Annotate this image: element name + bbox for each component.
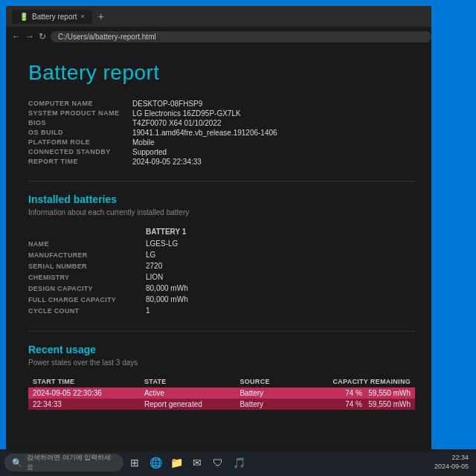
browser-addressbar: ← → ↻ C:/Users/a/battery-report.html [6, 27, 437, 46]
battery-table: BATTERY 1 NAME LGES-LG MANUFACTURER LG S… [28, 225, 415, 316]
file-explorer-icon[interactable]: 📁 [168, 454, 184, 471]
report-time-label: REPORT TIME [28, 158, 132, 166]
tab-label: Battery report [32, 13, 77, 21]
col-source: SOURCE [235, 376, 291, 387]
system-product-value: LG Electronics 16ZD95P-GX7LK [132, 109, 241, 118]
browser-content: Battery report COMPUTER NAME DESKTOP-08F… [6, 46, 437, 452]
system-info-section: COMPUTER NAME DESKTOP-08FHSP9 SYSTEM PRO… [28, 100, 415, 166]
platform-role-value: Mobile [132, 138, 154, 147]
manufacturer-value: LG [140, 249, 415, 260]
name-label: NAME [28, 238, 140, 249]
table-row: CYCLE COUNT 1 [28, 305, 415, 316]
usage-capacity-2: 74 % 59,550 mWh [291, 399, 415, 410]
col-start-time: START TIME [28, 376, 140, 387]
edge-browser-icon[interactable]: 🌐 [147, 454, 164, 471]
back-button[interactable]: ← [12, 31, 21, 42]
table-row: FULL CHARGE CAPACITY 80,000 mWh [28, 294, 415, 305]
address-bar[interactable]: C:/Users/a/battery-report.html [51, 31, 431, 42]
os-build-value: 19041.1.amd64fre.vb_release.191206-1406 [132, 129, 277, 137]
full-charge-capacity-value: 80,000 mWh [140, 294, 415, 305]
usage-state-1: Active [140, 387, 235, 399]
bios-value: T4ZF0070 X64 01/10/2022 [132, 119, 222, 127]
tray-time: 22:342024-09-05 [434, 454, 469, 471]
usage-state-2: Report generated [140, 399, 235, 410]
design-capacity-value: 80,000 mWh [140, 283, 415, 294]
mail-icon[interactable]: ✉ [189, 454, 205, 471]
tab-close-button[interactable]: × [81, 13, 85, 20]
usage-start-time-1: 2024-09-05 22:30:36 [28, 387, 140, 399]
start-button[interactable]: ⊞ [126, 454, 143, 471]
table-row: 2024-09-05 22:30:36 Active Battery 74 % … [28, 387, 415, 399]
new-tab-button[interactable]: + [95, 10, 107, 22]
right-panel [431, 0, 476, 449]
report-time-value: 2024-09-05 22:34:33 [132, 158, 202, 166]
search-icon: 🔍 [12, 458, 22, 468]
connected-standby-row: CONNECTED STANDBY Supported [28, 148, 415, 156]
installed-batteries-desc: Information about each currently install… [28, 208, 415, 216]
system-tray: 22:342024-09-05 [434, 454, 472, 471]
table-row: DESIGN CAPACITY 80,000 mWh [28, 283, 415, 294]
recent-usage-title: Recent usage [28, 344, 415, 356]
os-build-label: OS BUILD [28, 129, 132, 137]
name-value: LGES-LG [140, 238, 415, 249]
divider-2 [28, 331, 415, 332]
divider-1 [28, 181, 415, 181]
forward-button[interactable]: → [25, 31, 34, 42]
taskbar: 🔍 검색하려면 여기에 입력하세요 ⊞ 🌐 📁 ✉ 🛡 🎵 22:342024-… [0, 449, 476, 476]
table-row: NAME LGES-LG [28, 238, 415, 249]
os-build-row: OS BUILD 19041.1.amd64fre.vb_release.191… [28, 129, 415, 137]
report-time-row: REPORT TIME 2024-09-05 22:34:33 [28, 158, 415, 166]
chemistry-value: LION [140, 271, 415, 283]
usage-capacity-1: 74 % 59,550 mWh [291, 387, 415, 399]
recent-usage-desc: Power states over the last 3 days [28, 358, 415, 367]
taskbar-search[interactable]: 🔍 검색하려면 여기에 입력하세요 [4, 454, 123, 472]
table-row: CHEMISTRY LION [28, 271, 415, 283]
connected-standby-value: Supported [132, 148, 167, 156]
address-text: C:/Users/a/battery-report.html [58, 33, 156, 41]
usage-table: START TIME STATE SOURCE CAPACITY REMAINI… [28, 376, 415, 410]
usage-source-1: Battery [235, 387, 291, 399]
chemistry-label: CHEMISTRY [28, 271, 140, 283]
serial-number-label: SERIAL NUMBER [28, 260, 140, 271]
battery-col-header: BATTERY 1 [140, 225, 415, 238]
tab-favicon: 🔋 [19, 13, 28, 21]
usage-source-2: Battery [235, 399, 291, 410]
music-icon[interactable]: 🎵 [231, 454, 247, 471]
platform-role-row: PLATFORM ROLE Mobile [28, 138, 415, 147]
browser-titlebar: 🔋 Battery report × + [6, 6, 437, 27]
design-capacity-label: DESIGN CAPACITY [28, 283, 140, 294]
browser-window: 🔋 Battery report × + ← → ↻ C:/Users/a/ba… [6, 6, 437, 452]
page-title: Battery report [28, 61, 415, 85]
bios-row: BIOS T4ZF0070 X64 01/10/2022 [28, 119, 415, 127]
shield-icon[interactable]: 🛡 [210, 454, 226, 471]
taskbar-search-text: 검색하려면 여기에 입력하세요 [27, 453, 116, 472]
cycle-count-label: CYCLE COUNT [28, 305, 140, 316]
full-charge-capacity-label: FULL CHARGE CAPACITY [28, 294, 140, 305]
taskbar-icons: ⊞ 🌐 📁 ✉ 🛡 🎵 [126, 454, 247, 471]
computer-name-row: COMPUTER NAME DESKTOP-08FHSP9 [28, 100, 415, 108]
table-row: MANUFACTURER LG [28, 249, 415, 260]
col-capacity: CAPACITY REMAINING [291, 376, 415, 387]
system-product-label: SYSTEM PRODUCT NAME [28, 109, 132, 118]
recent-usage-section: Recent usage Power states over the last … [28, 344, 415, 410]
cycle-count-value: 1 [140, 305, 415, 316]
computer-name-value: DESKTOP-08FHSP9 [132, 100, 202, 108]
system-product-row: SYSTEM PRODUCT NAME LG Electronics 16ZD9… [28, 109, 415, 118]
bios-label: BIOS [28, 119, 132, 127]
serial-number-value: 2720 [140, 260, 415, 271]
manufacturer-label: MANUFACTURER [28, 249, 140, 260]
table-row: 22:34:33 Report generated Battery 74 % 5… [28, 399, 415, 410]
browser-tab[interactable]: 🔋 Battery report × [12, 10, 92, 24]
installed-batteries-title: Installed batteries [28, 193, 415, 205]
usage-start-time-2: 22:34:33 [28, 399, 140, 410]
refresh-button[interactable]: ↻ [39, 31, 46, 42]
platform-role-label: PLATFORM ROLE [28, 138, 132, 147]
installed-batteries-section: Installed batteries Information about ea… [28, 193, 415, 316]
connected-standby-label: CONNECTED STANDBY [28, 148, 132, 156]
table-row: SERIAL NUMBER 2720 [28, 260, 415, 271]
col-state: STATE [140, 376, 235, 387]
computer-name-label: COMPUTER NAME [28, 100, 132, 108]
